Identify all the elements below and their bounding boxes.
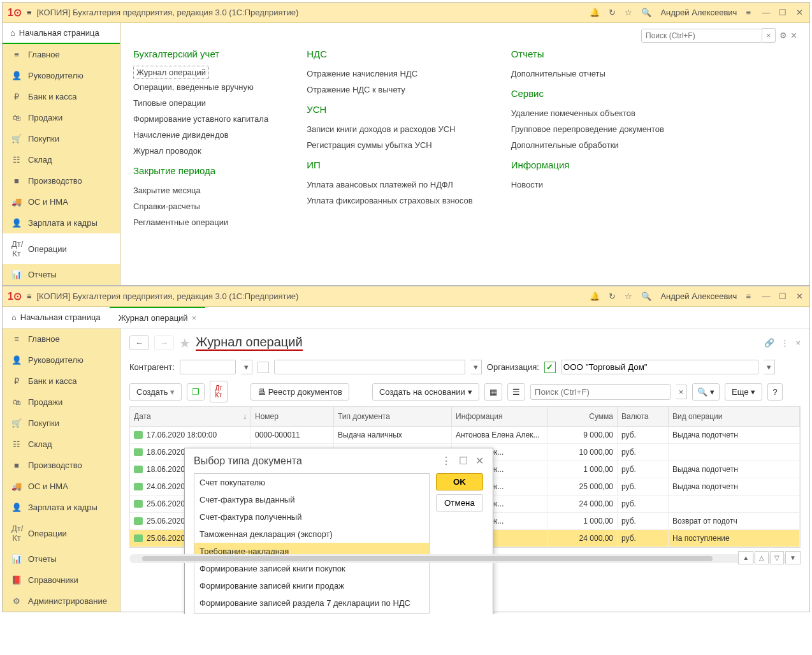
dialog-more-icon[interactable]: ⋮ <box>441 455 451 467</box>
doc-type-list[interactable]: Счет покупателюСчет-фактура выданныйСчет… <box>194 473 430 614</box>
sidebar-item[interactable]: 📊Отчеты <box>3 548 120 570</box>
menu-link[interactable]: Групповое перепроведение документов <box>511 121 664 137</box>
tab-start-page[interactable]: ⌂ Начальная страница <box>3 307 110 328</box>
sidebar-item[interactable]: 👤Зарплата и кадры <box>3 212 120 233</box>
settings-bars-icon[interactable]: ≡ <box>746 291 751 301</box>
panel-close-icon[interactable]: × <box>791 30 797 41</box>
sidebar-item[interactable]: 👤Зарплата и кадры <box>3 497 120 518</box>
search-input[interactable] <box>641 29 762 43</box>
col-num[interactable]: Номер <box>251 407 334 426</box>
find-button[interactable]: 🔍 ▾ <box>692 383 720 401</box>
menu-link[interactable]: Начисление дивидендов <box>133 127 268 143</box>
table-down-button[interactable]: ▽ <box>770 551 784 564</box>
dialog-maximize-icon[interactable]: ☐ <box>459 455 468 467</box>
doc-type-item[interactable]: Счет-фактура полученный <box>194 508 429 526</box>
sidebar-item[interactable]: Дт/КтОперации <box>3 518 120 548</box>
tab-close-icon[interactable]: × <box>192 313 197 323</box>
sidebar-item[interactable]: 👤Руководителю <box>3 65 120 86</box>
menu-link[interactable]: Регистрация суммы убытка УСН <box>307 137 472 153</box>
menu-link[interactable]: Типовые операции <box>133 95 268 111</box>
sidebar-item[interactable]: Дт/КтОперации <box>3 233 120 264</box>
sidebar-item[interactable]: ■Производство <box>3 455 120 476</box>
col-date[interactable]: Дата <box>134 412 151 421</box>
back-button[interactable]: ← <box>129 335 149 350</box>
menu-link[interactable]: Формирование уставного капитала <box>133 111 268 127</box>
gear-icon[interactable]: ⚙ <box>779 31 787 40</box>
table-row[interactable]: 17.06.2020 18:00:00 0000-000011 Выдача н… <box>130 427 800 444</box>
bell-icon[interactable]: 🔔 <box>590 291 600 301</box>
col-op[interactable]: Вид операции <box>669 407 800 426</box>
sidebar-item[interactable]: ☷Склад <box>3 434 120 455</box>
menu-link[interactable]: Записи книги доходов и расходов УСН <box>307 121 472 137</box>
table-bottom-button[interactable]: ▼ <box>785 551 801 564</box>
maximize-button[interactable]: ☐ <box>778 8 788 18</box>
clear-search-button[interactable]: × <box>762 28 776 43</box>
filter-input-2[interactable] <box>274 360 465 374</box>
settings-bars-icon[interactable]: ≡ <box>746 8 751 17</box>
grid-icon-button[interactable]: ▦ <box>484 383 502 401</box>
menu-link[interactable]: Уплата фиксированных страховых взносов <box>307 193 472 209</box>
org-dropdown[interactable]: ▾ <box>764 360 775 374</box>
sidebar-item[interactable]: ₽Банк и касса <box>3 371 120 392</box>
organization-input[interactable] <box>561 360 758 374</box>
sidebar-item[interactable]: 🚚ОС и НМА <box>3 476 120 497</box>
sidebar-item[interactable]: ₽Банк и касса <box>3 86 120 107</box>
org-checkbox[interactable]: ✓ <box>544 362 556 373</box>
sidebar-item[interactable]: ≡Главное <box>3 44 120 65</box>
history-icon[interactable]: ↻ <box>609 291 616 301</box>
menu-icon[interactable]: ≡ <box>27 8 32 17</box>
filter-checkbox-1[interactable] <box>257 362 269 373</box>
help-button[interactable]: ? <box>767 383 782 401</box>
sidebar-item[interactable]: ☷Склад <box>3 149 120 170</box>
user-name[interactable]: Андрей Алексеевич <box>660 291 737 301</box>
sidebar-item[interactable]: 🛒Покупки <box>3 413 120 434</box>
list-icon-button[interactable]: ☰ <box>507 383 525 401</box>
cancel-button[interactable]: Отмена <box>436 494 483 511</box>
table-top-button[interactable]: ▲ <box>738 551 753 564</box>
create-based-button[interactable]: Создать на основании ▾ <box>372 383 479 401</box>
dtkt-button[interactable]: ДтКт <box>210 381 227 402</box>
menu-link[interactable]: Дополнительные обработки <box>511 137 664 153</box>
filter-dropdown-2[interactable]: ▾ <box>470 360 482 374</box>
registry-button[interactable]: 🖶 Реестр документов <box>250 383 349 401</box>
start-page-tab[interactable]: ⌂ Начальная страница <box>3 23 120 44</box>
tab-journal[interactable]: Журнал операций × <box>110 307 206 328</box>
favorite-star-icon[interactable]: ★ <box>179 335 191 351</box>
col-sum[interactable]: Сумма <box>547 407 618 426</box>
panel-close-icon[interactable]: × <box>795 338 801 348</box>
menu-link[interactable]: Справки-расчеты <box>133 198 268 214</box>
col-type[interactable]: Тип документа <box>334 407 452 426</box>
menu-link[interactable]: Новости <box>511 177 664 193</box>
minimize-button[interactable]: — <box>761 291 771 302</box>
menu-link[interactable]: Отражение НДС к вычету <box>307 82 472 98</box>
sidebar-item[interactable]: 🛍Продажи <box>3 392 120 413</box>
more-vert-icon[interactable]: ⋮ <box>781 338 789 348</box>
maximize-button[interactable]: ☐ <box>778 291 788 302</box>
menu-link[interactable]: Журнал проводок <box>133 143 268 159</box>
menu-link[interactable]: Отражение начисления НДС <box>307 66 472 82</box>
star-icon[interactable]: ☆ <box>625 291 632 301</box>
sidebar-item[interactable]: ⚙Администрирование <box>3 591 120 612</box>
ok-button[interactable]: OK <box>436 473 483 490</box>
close-button[interactable]: ✕ <box>794 291 804 302</box>
sidebar-item[interactable]: 📊Отчеты <box>3 264 120 285</box>
sidebar-item[interactable]: 📕Справочники <box>3 570 120 591</box>
horizontal-scrollbar[interactable] <box>129 554 801 563</box>
menu-link[interactable]: Журнал операций <box>133 66 209 79</box>
sidebar-item[interactable]: ≡Главное <box>3 328 120 350</box>
sidebar-item[interactable]: 🛍Продажи <box>3 107 120 128</box>
clear-table-search[interactable]: × <box>676 385 688 399</box>
menu-link[interactable]: Дополнительные отчеты <box>511 66 664 82</box>
create-button[interactable]: Создать ▾ <box>129 383 182 401</box>
bell-icon[interactable]: 🔔 <box>590 8 600 17</box>
star-icon[interactable]: ☆ <box>625 8 632 17</box>
more-button[interactable]: Еще ▾ <box>725 383 762 401</box>
col-info[interactable]: Информация <box>452 407 547 426</box>
link-icon[interactable]: 🔗 <box>764 338 774 348</box>
sidebar-item[interactable]: 🚚ОС и НМА <box>3 191 120 212</box>
menu-link[interactable]: Операции, введенные вручную <box>133 79 268 95</box>
history-icon[interactable]: ↻ <box>609 8 616 17</box>
minimize-button[interactable]: — <box>761 8 771 18</box>
table-search-input[interactable] <box>530 384 671 400</box>
menu-link[interactable]: Закрытие месяца <box>133 182 268 198</box>
